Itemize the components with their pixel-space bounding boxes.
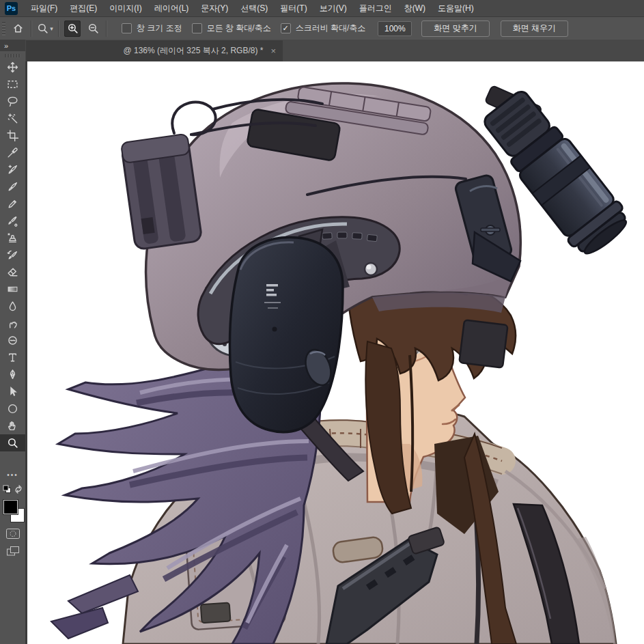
toolbar-bottom: •••	[0, 468, 25, 560]
tool-zoom[interactable]	[0, 434, 25, 451]
zoom-out-button[interactable]	[85, 20, 101, 37]
checkbox[interactable]	[192, 23, 202, 33]
tool-eraser[interactable]	[0, 264, 25, 281]
checkbox[interactable]: ✓	[281, 23, 291, 33]
swap-colors-button[interactable]	[0, 482, 25, 496]
tool-spot-healing-brush[interactable]	[0, 161, 25, 178]
close-tab-icon[interactable]: ×	[270, 46, 276, 56]
pen-icon	[7, 369, 18, 380]
rectangular-marquee-icon	[7, 79, 18, 90]
tool-crop[interactable]	[0, 127, 25, 144]
separator	[106, 20, 107, 37]
artwork-helmet-pouch	[121, 134, 202, 250]
mixer-brush-icon	[7, 215, 18, 227]
edit-toolbar-button[interactable]: •••	[0, 468, 25, 482]
menu-item-plugins[interactable]: 플러그인	[353, 0, 398, 16]
swap-arrow-icon	[14, 485, 23, 494]
quick-mask-icon	[5, 528, 20, 540]
tool-lasso[interactable]	[0, 93, 25, 110]
document-tab[interactable]: @ 136% (레이어 325 복사 2, RGB/8) * ×	[26, 40, 283, 61]
menu-item-type[interactable]: 문자(Y)	[195, 0, 234, 16]
screen-mode-button[interactable]	[0, 542, 25, 560]
quick-mask-button[interactable]	[0, 524, 25, 542]
home-button[interactable]	[10, 20, 26, 37]
canvas-page[interactable]	[27, 61, 644, 644]
document-tab-title: @ 136% (레이어 325 복사 2, RGB/8) *	[123, 45, 263, 57]
separator	[58, 20, 59, 37]
resize-windows-option[interactable]: 창 크기 조정	[122, 23, 182, 34]
tool-gradient[interactable]	[0, 281, 25, 298]
tool-blur[interactable]	[0, 298, 25, 315]
tool-eyedropper[interactable]	[0, 144, 25, 161]
menu-item-view[interactable]: 보기(V)	[313, 0, 353, 16]
crop-icon	[7, 130, 18, 141]
zoom-icon	[7, 437, 18, 449]
zoom-level-field[interactable]	[378, 21, 412, 36]
fit-screen-button[interactable]: 화면 맞추기	[421, 20, 489, 37]
fill-screen-button[interactable]: 화면 채우기	[501, 20, 568, 37]
checkbox-label: 창 크기 조정	[137, 23, 182, 34]
zoom-all-windows-option[interactable]: 모든 창 확대/축소	[192, 23, 271, 34]
tool-brush[interactable]	[0, 178, 25, 195]
tool-clone-stamp[interactable]	[0, 229, 25, 247]
canvas-viewport[interactable]	[25, 61, 644, 644]
history-brush-icon	[7, 249, 18, 261]
menu-item-help[interactable]: 도움말(H)	[432, 0, 480, 16]
photoshop-window: { "app": { "logo": "Ps" }, "menu_bar": {…	[0, 0, 644, 644]
tool-magic-wand[interactable]	[0, 110, 25, 127]
photoshop-logo[interactable]: Ps	[5, 2, 18, 15]
zoom-tool-preset[interactable]: ▾	[37, 20, 53, 37]
options-bar-grip	[2, 22, 5, 36]
scrubby-zoom-option[interactable]: ✓ 스크러비 확대/축소	[281, 23, 366, 34]
menu-item-filter[interactable]: 필터(T)	[274, 0, 313, 16]
path-selection-icon	[7, 386, 18, 397]
tool-move[interactable]	[0, 59, 25, 76]
ellipse-icon	[7, 403, 18, 415]
menu-bar: Ps 파일(F)편집(E)이미지(I)레이어(L)문자(Y)선택(S)필터(T)…	[0, 0, 644, 17]
spot-healing-brush-icon	[7, 164, 18, 176]
zoom-in-icon	[67, 23, 79, 34]
type-icon	[7, 352, 18, 363]
tool-ellipse[interactable]	[0, 400, 25, 417]
tool-mixer-brush[interactable]	[0, 212, 25, 229]
menu-bar-items: 파일(F)편집(E)이미지(I)레이어(L)문자(Y)선택(S)필터(T)보기(…	[25, 0, 480, 16]
canvas-artwork	[27, 61, 644, 644]
menu-item-select[interactable]: 선택(S)	[234, 0, 274, 16]
menu-item-file[interactable]: 파일(F)	[25, 0, 64, 16]
brush-icon	[7, 181, 18, 193]
tool-pencil[interactable]	[0, 195, 25, 212]
main-area: » •••	[0, 40, 644, 644]
tool-path-selection[interactable]	[0, 383, 25, 400]
eyedropper-icon	[7, 147, 18, 158]
menu-item-image[interactable]: 이미지(I)	[103, 0, 148, 16]
chevron-down-icon: ▾	[50, 25, 53, 32]
checkbox[interactable]	[122, 23, 132, 33]
hand-icon	[7, 420, 18, 432]
document-area: @ 136% (레이어 325 복사 2, RGB/8) * ×	[25, 40, 644, 644]
menu-item-window[interactable]: 창(W)	[398, 0, 432, 16]
tool-pen[interactable]	[0, 366, 25, 383]
tool-hand[interactable]	[0, 417, 25, 434]
tool-type[interactable]	[0, 349, 25, 366]
separator	[31, 20, 32, 37]
tool-rectangular-marquee[interactable]	[0, 76, 25, 93]
zoom-in-button[interactable]	[64, 20, 81, 37]
tool-history-brush[interactable]	[0, 247, 25, 264]
checkbox-label: 모든 창 확대/축소	[207, 23, 271, 34]
document-tab-bar: @ 136% (레이어 325 복사 2, RGB/8) * ×	[25, 40, 644, 62]
collapse-panel-button[interactable]: »	[0, 40, 25, 51]
home-icon	[12, 23, 24, 34]
tool-sponge[interactable]	[0, 332, 25, 349]
eraser-icon	[7, 266, 18, 278]
tool-smudge[interactable]	[0, 315, 25, 332]
checkbox-label: 스크러비 확대/축소	[296, 23, 366, 34]
sponge-icon	[7, 335, 18, 346]
gradient-icon	[7, 283, 18, 295]
foreground-color-swatch[interactable]	[3, 500, 18, 514]
panel-grip[interactable]	[5, 54, 20, 57]
tools-panel: » •••	[0, 40, 26, 644]
color-swatches[interactable]	[0, 497, 25, 524]
lasso-icon	[7, 96, 18, 107]
menu-item-edit[interactable]: 편집(E)	[64, 0, 103, 16]
menu-item-layer[interactable]: 레이어(L)	[148, 0, 195, 16]
